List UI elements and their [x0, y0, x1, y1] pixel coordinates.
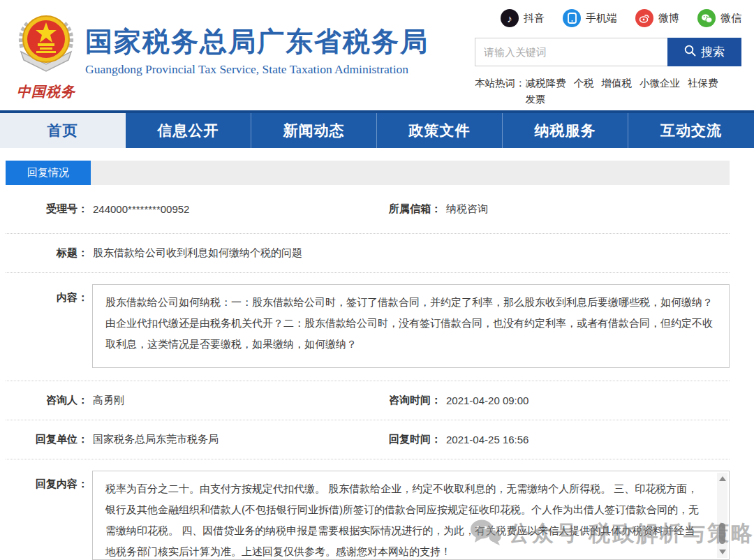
nav-tab-policy-documents[interactable]: 政策文件	[377, 113, 503, 148]
hotwords-list: 减税降费 个税 增值税 小微企业 社保费 发票	[526, 75, 742, 108]
scroll-down-icon[interactable]	[719, 550, 726, 554]
site-header: 中国税务 国家税务总局广东省税务局 Guangdong Provincial T…	[0, 0, 754, 110]
douyin-icon: ♪	[501, 9, 519, 27]
social-link-mobile[interactable]: 手机端	[563, 9, 617, 27]
consultant-value: 高勇刚	[93, 394, 124, 407]
social-label: 微信	[720, 12, 741, 25]
reply-time-pair: 回复时间： 2021-04-25 16:56	[389, 433, 528, 446]
subnav-bar: 回复情况	[6, 161, 730, 185]
social-label: 手机端	[586, 12, 617, 25]
reply-content-box: 税率为百分之二十。由支付方按规定代扣代缴。 股东借款给企业，约定不收取利息的，无…	[92, 471, 730, 560]
reply-org-label: 回复单位：	[6, 433, 88, 446]
social-link-weibo[interactable]: 微博	[635, 9, 679, 27]
accept-no-value: 244000********00952	[93, 203, 189, 215]
reply-time-label: 回复时间：	[389, 433, 441, 446]
site-subtitle: Guangdong Provincial Tax Service, State …	[85, 62, 429, 77]
mailbox-value: 纳税咨询	[446, 202, 488, 216]
reply-time-value: 2021-04-25 16:56	[446, 434, 528, 445]
nav-tab-info-disclosure[interactable]: 信息公开	[126, 113, 251, 148]
header-right: ♪ 抖音 手机端 微博 微信	[475, 9, 741, 108]
hotword-link[interactable]: 减税降费	[526, 75, 566, 91]
consult-time-label: 咨询时间：	[389, 394, 441, 407]
consultant-label: 咨询人：	[6, 394, 88, 407]
social-link-wechat[interactable]: 微信	[697, 9, 741, 27]
scrollbar-track[interactable]	[719, 481, 725, 550]
hotword-link[interactable]: 发票	[526, 91, 546, 108]
consult-time-pair: 咨询时间： 2021-04-20 09:00	[389, 394, 528, 407]
content-box: 股东借款给公司如何纳税：一：股东借款给公司时，签订了借款合同，并约定了利率，那么…	[92, 284, 730, 368]
social-links: ♪ 抖音 手机端 微博 微信	[475, 9, 741, 27]
reply-scrollbar[interactable]	[717, 473, 727, 558]
search-input[interactable]	[475, 38, 667, 66]
reply-content-row: 回复内容： 税率为百分之二十。由支付方按规定代扣代缴。 股东借款给企业，约定不收…	[6, 459, 730, 560]
hotword-link[interactable]: 社保费	[688, 75, 718, 91]
mailbox-label: 所属信箱：	[389, 202, 441, 216]
reply-org-row: 回复单位： 国家税务总局东莞市税务局 回复时间： 2021-04-25 16:5…	[6, 420, 730, 459]
nav-tab-news[interactable]: 新闻动态	[251, 113, 377, 148]
site-logo: 中国税务	[11, 11, 81, 101]
accept-no-row: 受理号： 244000********00952 所属信箱： 纳税咨询	[6, 185, 730, 234]
tab-reply-status[interactable]: 回复情况	[6, 161, 91, 185]
search-icon	[684, 45, 696, 60]
hotwords: 本站热词： 减税降费 个税 增值税 小微企业 社保费 发票	[475, 75, 741, 108]
accept-no-label: 受理号：	[6, 202, 88, 216]
site-title-block: 国家税务总局广东省税务局 Guangdong Provincial Tax Se…	[85, 27, 429, 77]
consult-time-value: 2021-04-20 09:00	[446, 395, 528, 406]
logo-text: 中国税务	[11, 82, 81, 101]
title-label: 标题：	[6, 246, 88, 260]
hotwords-label: 本站热词：	[475, 75, 526, 108]
social-link-douyin[interactable]: ♪ 抖音	[501, 9, 545, 27]
nav-tab-tax-services[interactable]: 纳税服务	[503, 113, 628, 148]
weibo-icon	[635, 9, 653, 27]
hotword-link[interactable]: 增值税	[602, 75, 633, 91]
social-label: 微博	[658, 12, 679, 25]
search-bar: 搜索	[475, 38, 741, 66]
hotword-link[interactable]: 小微企业	[640, 75, 680, 91]
wechat-icon	[697, 9, 716, 27]
scroll-up-icon[interactable]	[719, 476, 726, 481]
consultant-row: 咨询人： 高勇刚 咨询时间： 2021-04-20 09:00	[6, 381, 730, 420]
main-nav: 首页 信息公开 新闻动态 政策文件 纳税服务 互动交流	[0, 110, 754, 148]
site-title: 国家税务总局广东省税务局	[85, 27, 429, 58]
mailbox-pair: 所属信箱： 纳税咨询	[389, 202, 488, 216]
scrollbar-thumb[interactable]	[719, 523, 725, 544]
hotword-link[interactable]: 个税	[574, 75, 594, 91]
content-row: 内容： 股东借款给公司如何纳税：一：股东借款给公司时，签订了借款合同，并约定了利…	[6, 273, 730, 381]
title-value: 股东借款给公司收到利息如何缴纳个税的问题	[93, 246, 302, 260]
mobile-icon	[563, 9, 581, 27]
search-button-label: 搜索	[701, 44, 725, 60]
china-tax-emblem-icon	[13, 68, 80, 80]
nav-tab-home[interactable]: 首页	[0, 113, 126, 148]
title-row: 标题： 股东借款给公司收到利息如何缴纳个税的问题	[6, 234, 730, 273]
social-label: 抖音	[524, 12, 545, 25]
reply-org-value: 国家税务总局东莞市税务局	[93, 433, 219, 446]
nav-tab-interaction[interactable]: 互动交流	[628, 113, 754, 148]
reply-content-label: 回复内容：	[6, 471, 88, 491]
reply-detail: 受理号： 244000********00952 所属信箱： 纳税咨询 标题： …	[6, 185, 730, 560]
search-button[interactable]: 搜索	[667, 38, 741, 66]
reply-content-text: 税率为百分之二十。由支付方按规定代扣代缴。 股东借款给企业，约定不收取利息的，无…	[105, 482, 699, 557]
content-label: 内容：	[6, 284, 88, 304]
